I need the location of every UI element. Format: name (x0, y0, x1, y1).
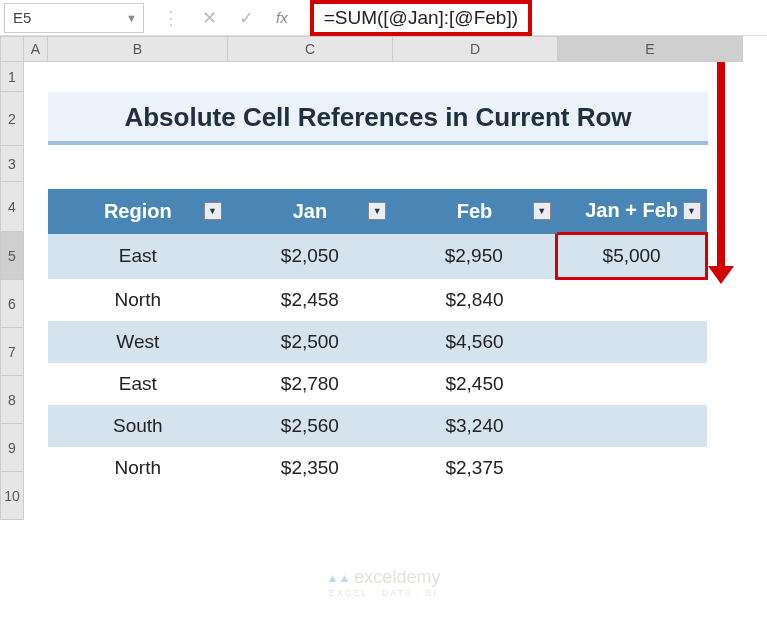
cell-sum-selected[interactable]: $5,000 (557, 234, 707, 279)
name-box[interactable]: E5 ▼ (4, 3, 144, 33)
select-all-corner[interactable] (0, 36, 24, 62)
cell-sum[interactable] (557, 363, 707, 405)
sheet-content: Absolute Cell References in Current Row … (24, 62, 767, 489)
th-region: Region▼ (48, 189, 228, 234)
table-row: East $2,780 $2,450 (48, 363, 707, 405)
cell-region[interactable]: North (48, 279, 228, 321)
watermark: ▲▲ exceldemy EXCEL · DATA · BI (327, 567, 441, 598)
watermark-sub: EXCEL · DATA · BI (327, 588, 441, 598)
row-headers: 1 2 3 4 5 6 7 8 9 10 (0, 62, 24, 520)
row-header-1[interactable]: 1 (0, 62, 24, 92)
row-header-8[interactable]: 8 (0, 376, 24, 424)
cell-region[interactable]: North (48, 447, 228, 489)
th-region-label: Region (104, 200, 172, 222)
col-header-a[interactable]: A (24, 36, 48, 62)
row-header-9[interactable]: 9 (0, 424, 24, 472)
cell-jan[interactable]: $2,780 (228, 363, 393, 405)
cell-region[interactable]: East (48, 363, 228, 405)
row-header-4[interactable]: 4 (0, 182, 24, 232)
cell-jan[interactable]: $2,458 (228, 279, 393, 321)
cell-jan[interactable]: $2,350 (228, 447, 393, 489)
cell-feb[interactable]: $2,375 (392, 447, 557, 489)
table-header-row: Region▼ Jan▼ Feb▼ Jan + Feb▼ (48, 189, 707, 234)
cell-feb[interactable]: $3,240 (392, 405, 557, 447)
row-header-5[interactable]: 5 (0, 232, 24, 280)
table-row: East $2,050 $2,950 $5,000 (48, 234, 707, 279)
row-header-2[interactable]: 2 (0, 92, 24, 146)
table-row: South $2,560 $3,240 (48, 405, 707, 447)
cell-region[interactable]: South (48, 405, 228, 447)
page-title: Absolute Cell References in Current Row (48, 92, 708, 145)
table-row: West $2,500 $4,560 (48, 321, 707, 363)
watermark-text: exceldemy (354, 567, 440, 588)
filter-icon[interactable]: ▼ (683, 202, 701, 220)
column-headers: A B C D E (0, 36, 767, 62)
formula-bar-area: E5 ▼ ⋮ ✕ ✓ fx =SUM([@Jan]:[@Feb]) (0, 0, 767, 36)
formula-text: =SUM([@Jan]:[@Feb]) (324, 7, 518, 29)
formula-bar-icons: ⋮ ✕ ✓ fx (148, 7, 310, 29)
watermark-logo: ▲▲ exceldemy (327, 567, 441, 588)
col-header-e[interactable]: E (558, 36, 743, 62)
col-header-b[interactable]: B (48, 36, 228, 62)
cell-jan[interactable]: $2,560 (228, 405, 393, 447)
th-jan-label: Jan (293, 200, 327, 222)
spreadsheet-grid: A B C D E 1 2 3 4 5 6 7 8 9 10 Absolute … (0, 36, 767, 62)
th-sum: Jan + Feb▼ (557, 189, 707, 234)
cell-feb[interactable]: $2,950 (392, 234, 557, 279)
th-feb: Feb▼ (392, 189, 557, 234)
cell-feb[interactable]: $4,560 (392, 321, 557, 363)
divider-icon: ⋮ (162, 7, 180, 29)
cell-jan[interactable]: $2,050 (228, 234, 393, 279)
cell-region[interactable]: East (48, 234, 228, 279)
name-box-value: E5 (13, 9, 31, 26)
cell-feb[interactable]: $2,450 (392, 363, 557, 405)
cell-jan[interactable]: $2,500 (228, 321, 393, 363)
table-row: North $2,458 $2,840 (48, 279, 707, 321)
th-jan: Jan▼ (228, 189, 393, 234)
triangle-icon: ▲▲ (327, 571, 351, 585)
th-sum-label: Jan + Feb (585, 199, 678, 221)
fx-icon[interactable]: fx (276, 9, 296, 26)
col-header-d[interactable]: D (393, 36, 558, 62)
cancel-icon[interactable]: ✕ (202, 7, 217, 29)
row-header-10[interactable]: 10 (0, 472, 24, 520)
cell-sum[interactable] (557, 447, 707, 489)
formula-input[interactable]: =SUM([@Jan]:[@Feb]) (310, 0, 532, 36)
cell-sum[interactable] (557, 321, 707, 363)
col-header-c[interactable]: C (228, 36, 393, 62)
row-header-6[interactable]: 6 (0, 280, 24, 328)
enter-icon[interactable]: ✓ (239, 7, 254, 29)
filter-icon[interactable]: ▼ (204, 202, 222, 220)
th-feb-label: Feb (457, 200, 493, 222)
chevron-down-icon[interactable]: ▼ (126, 12, 137, 24)
filter-icon[interactable]: ▼ (533, 202, 551, 220)
cell-feb[interactable]: $2,840 (392, 279, 557, 321)
row-header-7[interactable]: 7 (0, 328, 24, 376)
row-header-3[interactable]: 3 (0, 146, 24, 182)
cell-sum[interactable] (557, 279, 707, 321)
data-table: Region▼ Jan▼ Feb▼ Jan + Feb▼ East $2,050… (48, 189, 708, 489)
table-row: North $2,350 $2,375 (48, 447, 707, 489)
cell-region[interactable]: West (48, 321, 228, 363)
cell-sum[interactable] (557, 405, 707, 447)
filter-icon[interactable]: ▼ (368, 202, 386, 220)
